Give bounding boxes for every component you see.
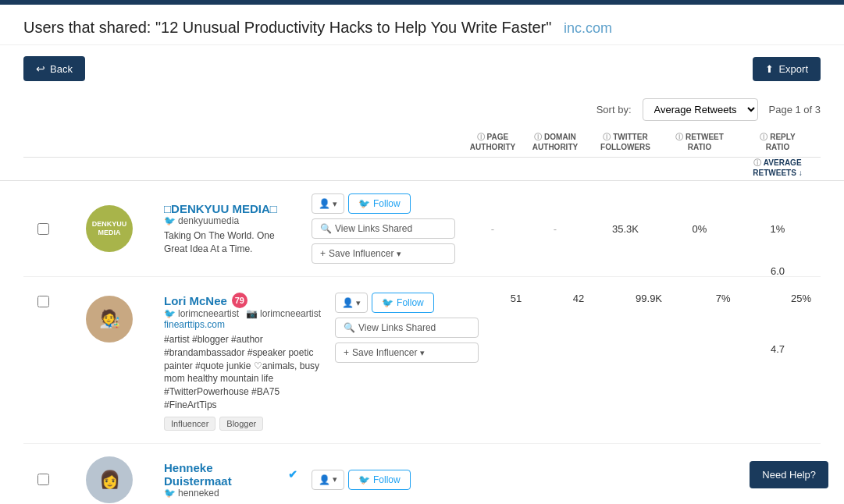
person-icon-button-lori[interactable]: 👤 ▾ (335, 293, 368, 313)
page-title: Users that shared: "12 Unusual Productiv… (23, 19, 821, 37)
actions-cell-denkyuu: 👤 ▾ 🐦 Follow 🔍 View Links Shared + Save … (305, 193, 461, 264)
twitter-bird-icon: 🐦 (358, 474, 370, 485)
save-influencer-button-lori[interactable]: + Save Influencer ▾ (335, 343, 479, 363)
back-button[interactable]: ↩ Back (23, 56, 85, 81)
chevron-icon: ▾ (333, 199, 337, 209)
page-info: Page 1 of 3 (769, 104, 821, 115)
domain-authority-lori: 42 (547, 293, 610, 304)
checkbox-cell-denkyuu (23, 223, 62, 235)
badge-lori: 79 (232, 293, 248, 308)
person-icon: 👤 (319, 198, 330, 209)
name-text-henneke: Henneke Duistermaat (164, 461, 283, 488)
sort-select[interactable]: Average Retweets Page Authority Domain A… (643, 98, 758, 121)
table-row: 👩 Henneke Duistermaat ✔ 🐦 henneked 👤 ▾ 🐦 (23, 444, 821, 504)
avg-retweets-col: 6.0 4.7 (735, 250, 821, 371)
chevron-icon: ▾ (333, 474, 337, 484)
avatar-cell-lori: 🧑‍🎨 (62, 293, 156, 343)
chevron-save-icon: ▾ (397, 249, 401, 259)
info-icon: ⓘ (675, 133, 686, 141)
person-icon: 👤 (342, 297, 354, 308)
person-icon-button-henneke[interactable]: 👤 ▾ (312, 470, 344, 490)
col-domain-authority: ⓘ DOMAINAUTHORITY (524, 132, 586, 152)
view-links-button-denkyuu[interactable]: 🔍 View Links Shared (312, 218, 455, 239)
action-row-1-lori: 👤 ▾ 🐦 Follow (335, 293, 434, 313)
bio-lori: #artist #blogger #author #brandambassado… (164, 333, 321, 412)
person-icon-button-denkyuu[interactable]: 👤 ▾ (312, 193, 344, 214)
checkbox-cell-lori (23, 293, 62, 307)
need-help-button[interactable]: Need Help? (750, 461, 828, 488)
save-influencer-button-denkyuu[interactable]: + Save Influencer ▾ (312, 243, 455, 264)
avatar-cell-henneke: 👩 (62, 456, 156, 503)
tag-influencer: Influencer (164, 417, 215, 431)
column-headers: ⓘ PAGEAUTHORITY ⓘ DOMAINAUTHORITY ⓘ TWIT… (23, 127, 821, 158)
col-retweet-ratio: ⓘ RETWEETRATIO (664, 132, 735, 152)
domain-authority-denkyuu: - (524, 223, 586, 235)
checkbox-henneke[interactable] (37, 474, 49, 485)
twitter-bird-icon: 🐦 (382, 297, 394, 308)
chevron-icon: ▾ (356, 298, 361, 308)
bio-denkyuu: Taking On The World. One Great Idea At a… (164, 229, 297, 256)
info-icon: ⓘ (477, 133, 487, 141)
retweet-ratio-denkyuu: 0% (664, 223, 735, 235)
avg-retweet-lori: 4.7 (735, 293, 821, 371)
checkbox-denkyuu[interactable] (37, 223, 49, 235)
page-authority-denkyuu: - (461, 223, 524, 235)
user-name-denkyuu[interactable]: □DENKYUU MEDIA□ (164, 202, 297, 215)
view-links-label: View Links Shared (335, 223, 412, 234)
twitter-followers-denkyuu: 35.3K (586, 223, 664, 235)
follow-button-denkyuu[interactable]: 🐦 Follow (348, 193, 411, 214)
avatar-lori: 🧑‍🎨 (86, 296, 133, 343)
website-lori[interactable]: finearttips.com (164, 319, 321, 330)
info-cell-denkyuu: □DENKYUU MEDIA□ 🐦 denkyuumedia Taking On… (156, 202, 305, 256)
actions-cell-lori: 👤 ▾ 🐦 Follow 🔍 View Links Shared + Save … (329, 293, 485, 363)
follow-label: Follow (373, 474, 401, 485)
info-icon: ⓘ (760, 133, 770, 141)
plus-icon: + (320, 248, 326, 259)
info-cell-lori: Lori McNee 79 🐦 lorimcneeartist 📷 lorimc… (156, 293, 329, 431)
tag-blogger: Blogger (219, 417, 263, 431)
sort-label: Sort by: (596, 104, 632, 115)
twitter-icon-lori: 🐦 (164, 308, 176, 319)
eye-icon: 🔍 (320, 223, 332, 234)
info-icon-avg: ⓘ (753, 158, 763, 167)
save-label: Save Influencer (352, 347, 417, 358)
export-label: Export (778, 63, 808, 75)
sort-bar: Sort by: Average Retweets Page Authority… (0, 92, 844, 127)
page-authority-lori: 51 (485, 293, 547, 304)
export-icon: ⬆ (765, 63, 774, 75)
name-text-denkyuu: □DENKYUU MEDIA□ (164, 202, 277, 215)
avatar-henneke: 👩 (86, 456, 133, 503)
follow-button-lori[interactable]: 🐦 Follow (372, 293, 434, 313)
name-text-lori: Lori McNee (164, 294, 227, 307)
view-links-button-lori[interactable]: 🔍 View Links Shared (335, 318, 479, 338)
person-icon: 👤 (319, 474, 330, 485)
page-header: Users that shared: "12 Unusual Productiv… (0, 5, 844, 45)
follow-label: Follow (373, 198, 401, 209)
save-label: Save Influencer (329, 248, 394, 259)
info-cell-henneke: Henneke Duistermaat ✔ 🐦 henneked (156, 461, 305, 499)
actions-cell-henneke: 👤 ▾ 🐦 Follow (305, 470, 461, 490)
twitter-bird-icon: 🐦 (358, 198, 370, 209)
twitter-followers-lori: 99.9K (610, 293, 688, 304)
view-links-label: View Links Shared (358, 322, 436, 333)
follow-label: Follow (397, 297, 424, 308)
col-page-authority: ⓘ PAGEAUTHORITY (461, 132, 524, 152)
export-button[interactable]: ⬆ Export (753, 57, 821, 81)
reply-ratio-denkyuu: 1% (735, 223, 821, 235)
twitter-handle-lori: 🐦 lorimcneeartist 📷 lorimcneeartist (164, 308, 321, 319)
user-name-henneke[interactable]: Henneke Duistermaat ✔ (164, 461, 297, 488)
back-arrow-icon: ↩ (36, 62, 45, 75)
title-text: Users that shared: "12 Unusual Productiv… (23, 19, 551, 36)
twitter-handle-henneke: 🐦 henneked (164, 488, 297, 499)
col-twitter-followers: ⓘ TWITTERFOLLOWERS (586, 132, 664, 152)
follow-button-henneke[interactable]: 🐦 Follow (348, 470, 411, 490)
table-row: 🧑‍🎨 Lori McNee 79 🐦 lorimcneeartist 📷 lo… (23, 277, 821, 444)
checkbox-cell-henneke (23, 474, 62, 485)
tags-lori: Influencer Blogger (164, 417, 321, 431)
plus-icon: + (344, 347, 349, 358)
avatar-cell-denkyuu: DENKYUUMEDIA (62, 205, 156, 252)
user-list: DENKYUUMEDIA □DENKYUU MEDIA□ 🐦 denkyuume… (0, 181, 844, 504)
twitter-icon-henneke: 🐦 (164, 488, 176, 499)
user-name-lori[interactable]: Lori McNee 79 (164, 293, 321, 308)
checkbox-lori[interactable] (37, 296, 49, 307)
